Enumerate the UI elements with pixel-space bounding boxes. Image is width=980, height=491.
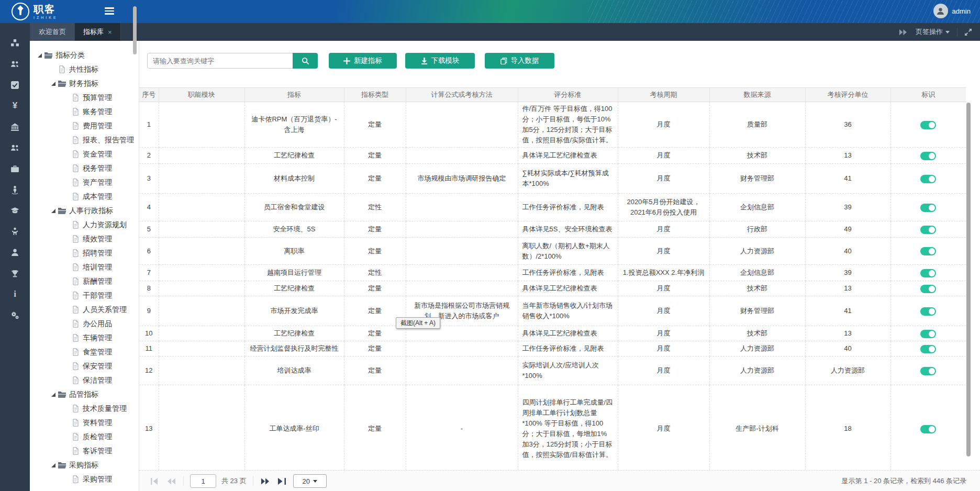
flag-toggle[interactable] (920, 121, 936, 129)
graduation-cap-icon[interactable] (10, 205, 20, 216)
flag-toggle[interactable] (920, 425, 936, 433)
cell-type: 定量 (344, 238, 406, 265)
tree-item-绩效管理[interactable]: 绩效管理 (30, 232, 139, 246)
flag-toggle[interactable] (920, 226, 936, 234)
info-icon[interactable]: i (10, 289, 20, 299)
tree-item-保安管理[interactable]: 保安管理 (30, 359, 139, 373)
tree-item-账务管理[interactable]: 账务管理 (30, 105, 139, 119)
prev-page-button[interactable] (165, 475, 177, 487)
tree-item-培训管理[interactable]: 培训管理 (30, 260, 139, 274)
flag-toggle[interactable] (920, 330, 936, 338)
tree-item-技术质量管理[interactable]: 技术质量管理 (30, 401, 139, 416)
table-row[interactable]: 7越南项目运行管理定性工作任务评价标准，见附表1.投资总额XXX 2.年净利润企… (139, 265, 966, 281)
user-icon[interactable] (10, 247, 20, 258)
tree-item-人力资源规划[interactable]: 人力资源规划 (30, 218, 139, 232)
tree-item-食堂管理[interactable]: 食堂管理 (30, 345, 139, 359)
new-indicator-button[interactable]: 新建指标 (329, 53, 397, 69)
table-row[interactable]: 12培训达成率定量实际培训人次/应培训人次*100%月度人力资源部人力资源部 (139, 356, 966, 385)
street-view-icon[interactable] (10, 184, 20, 195)
yen-icon[interactable]: ¥ (10, 101, 20, 111)
child-icon[interactable] (10, 226, 20, 237)
download-module-label: 下载模块 (431, 56, 460, 65)
trophy-icon[interactable] (10, 268, 20, 278)
flag-toggle[interactable] (920, 152, 936, 160)
tree-item-费用管理[interactable]: 费用管理 (30, 119, 139, 133)
menu-toggle-icon[interactable] (105, 7, 114, 15)
flag-toggle[interactable] (920, 307, 936, 316)
search-button[interactable] (293, 53, 318, 69)
table-scrollbar[interactable] (966, 103, 971, 456)
flag-toggle[interactable] (920, 247, 936, 255)
tree-item-人事行政指标[interactable]: 人事行政指标 (30, 204, 139, 218)
table-row[interactable]: 1迪卡侬RPM（百万退货率）-含上海定量件/百万件 等于目标值，得100分；小于… (139, 102, 966, 148)
table-row[interactable]: 2工艺纪律检查定量具体详见工艺纪律检查表月度技术部13 (139, 148, 966, 164)
page-size-select[interactable]: 20 (293, 474, 327, 488)
flag-toggle[interactable] (920, 285, 936, 293)
users-icon[interactable] (10, 59, 20, 69)
tree-item-招聘管理[interactable]: 招聘管理 (30, 246, 139, 260)
cubes-icon[interactable] (10, 38, 20, 48)
tree-item-财务指标[interactable]: 财务指标 (30, 76, 139, 91)
flag-toggle[interactable] (920, 175, 936, 183)
tree-item-资产管理[interactable]: 资产管理 (30, 175, 139, 189)
tree-item-采购管理[interactable]: 采购管理 (30, 472, 139, 486)
briefcase-icon[interactable] (10, 163, 20, 174)
page-number-input[interactable] (190, 474, 216, 488)
check-square-icon[interactable] (10, 80, 20, 90)
tree-item-保洁管理[interactable]: 保洁管理 (30, 373, 139, 387)
tab-welcome[interactable]: 欢迎首页 (30, 23, 75, 41)
gears-icon[interactable] (10, 310, 20, 320)
cell-source: 财务管理部 (709, 296, 805, 326)
first-page-button[interactable] (149, 475, 160, 487)
table-row[interactable]: 10工艺纪律检查定量具体详见工艺纪律检查表月度技术部13 (139, 326, 966, 341)
search-input[interactable] (147, 53, 298, 69)
tree-item-采购指标[interactable]: 采购指标 (30, 458, 139, 472)
tree-item-品管指标[interactable]: 品管指标 (30, 387, 139, 401)
flag-toggle[interactable] (920, 204, 936, 212)
flag-toggle[interactable] (920, 269, 936, 277)
table-row[interactable]: 5安全环境、5S定量具体详见5S、安全环境检查表月度行政部49 (139, 221, 966, 238)
tree-item-报表、报告管理[interactable]: 报表、报告管理 (30, 133, 139, 147)
table-row[interactable]: 8工艺纪律检查定量具体详见工艺纪律检查表月度技术部13 (139, 281, 966, 296)
table-row[interactable]: 6离职率定量离职人数/（期初人数+期末人数）/2*100%月度人力资源部40 (139, 238, 966, 265)
table-row[interactable]: 9市场开发完成率定量新市场是指根据公司市场营销规划，新进入的市场或客户当年新市场… (139, 296, 966, 326)
tab-indicator-library[interactable]: 指标库 × (75, 23, 121, 41)
tree-item-质检管理[interactable]: 质检管理 (30, 430, 139, 444)
table-row[interactable]: 13工单达成率-丝印定量-四周计划排单行工单完成量/四周排单工单行计划数总量*1… (139, 385, 966, 473)
table-row[interactable]: 3材料成本控制定量市场规模由市场调研报告确定∑耗材实际成本/∑耗材预算成本*10… (139, 164, 966, 194)
tree-item-干部管理[interactable]: 干部管理 (30, 288, 139, 303)
last-page-button[interactable] (276, 475, 288, 487)
tree-item-客诉管理[interactable]: 客诉管理 (30, 444, 139, 458)
tree-item-资金管理[interactable]: 资金管理 (30, 147, 139, 161)
fullscreen-icon[interactable] (965, 29, 972, 36)
download-module-button[interactable]: 下载模块 (405, 53, 475, 69)
table-row[interactable]: 11经营计划监督执行及时完整性定量工作任务评价标准，见附表月度人力资源部40 (139, 341, 966, 356)
next-page-button[interactable] (260, 475, 271, 487)
tree-item-label: 保洁管理 (83, 376, 112, 385)
flag-toggle[interactable] (920, 367, 936, 375)
tab-actions-dropdown[interactable]: 页签操作 (916, 27, 950, 37)
tree-item-车辆管理[interactable]: 车辆管理 (30, 331, 139, 345)
tree-item-薪酬管理[interactable]: 薪酬管理 (30, 274, 139, 288)
tab-close-icon[interactable]: × (108, 28, 112, 36)
tree-item-预算管理[interactable]: 预算管理 (30, 91, 139, 105)
table-row[interactable]: 4员工宿舍和食堂建设定性工作任务评价标准，见附表2020年5月份开始建设，202… (139, 194, 966, 221)
tree-item-指标分类[interactable]: 指标分类 (30, 48, 139, 62)
tree-item-成本管理[interactable]: 成本管理 (30, 189, 139, 204)
tree-scrollbar[interactable] (133, 6, 137, 54)
import-data-label: 导入数据 (511, 56, 539, 65)
tree-item-共性指标[interactable]: 共性指标 (30, 62, 139, 76)
bank-icon[interactable] (10, 121, 20, 132)
cell-type: 定量 (344, 281, 406, 296)
tree-item-人员关系管理[interactable]: 人员关系管理 (30, 303, 139, 317)
tree-item-办公用品[interactable]: 办公用品 (30, 317, 139, 331)
tree-item-资料管理[interactable]: 资料管理 (30, 416, 139, 430)
tree-item-label: 指标分类 (55, 51, 85, 60)
flag-toggle[interactable] (920, 345, 936, 353)
import-data-button[interactable]: 导入数据 (485, 53, 554, 69)
team-icon[interactable] (10, 142, 20, 153)
tree-item-税务管理[interactable]: 税务管理 (30, 161, 139, 175)
user-menu[interactable]: admin (933, 4, 971, 18)
cell-seq: 6 (139, 238, 159, 265)
tabs-scroll-right-icon[interactable] (897, 26, 908, 38)
